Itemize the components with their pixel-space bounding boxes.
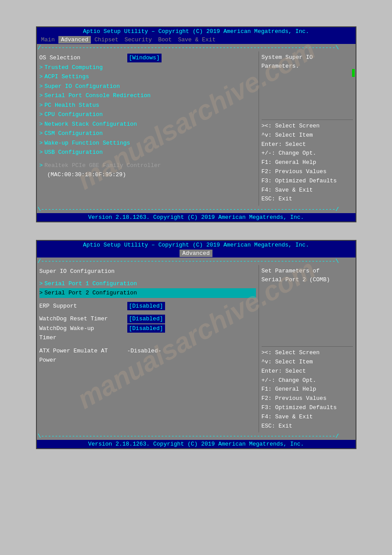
right-spacer [262,74,353,118]
atx-power-item[interactable]: ATX Power Emulate AT -Disabled- [40,346,256,356]
serial-port-console-label: Serial Port Console Redirection [44,91,151,100]
arrow-icon-8: > [40,129,43,138]
arrow-icon-3: > [40,82,43,91]
key2-f1: F1: General Help [262,385,353,394]
arrow-icon-s1: > [40,279,43,288]
right-desc-2: Set Parameters of Serial Port 2 (COMB) [262,267,353,284]
erp-support-value: [Disabled] [127,302,165,311]
super-io-item[interactable]: > Super IO Configuration [40,82,256,91]
arrow-icon-2: > [40,73,43,81]
arrow-icon-10: > [40,148,43,157]
bottom-divider-2: \---------------------------------------… [37,432,356,440]
network-stack-item[interactable]: > Network Stack Configuration [40,120,256,129]
super-io-title-label: Super IO Configuration [40,267,115,276]
nav-security[interactable]: Security [122,36,155,44]
arrow-icon-s2: > [40,289,43,297]
nav-advanced[interactable]: Advanced [58,36,91,44]
bios-footer-1: Version 2.18.1263. Copyright (C) 2019 Am… [37,213,356,221]
csm-config-label: CSM Configuration [44,129,103,138]
key-esc: ESC: Exit [262,195,353,204]
green-bar-indicator [352,69,355,77]
bios-panel-1: Aptio Setup Utility – Copyright (C) 2019… [36,26,356,222]
watchdog-reset-label: WatchDog Reset Timer [40,315,127,323]
key2-f2: F2: Previous Values [262,394,353,403]
realtek-item[interactable]: > Realtek PCIe GBE Family Controller [40,161,256,170]
key2-enter: Enter: Select [262,367,353,376]
key2-f3: F3: Optimized Defaults [262,403,353,413]
wakeup-func-item[interactable]: > Wake-up Function Settings [40,138,256,148]
watchdog-wakeup-value: [Disabled] [127,324,165,333]
arrow-icon-5: > [40,101,43,110]
serial-port-2-item[interactable]: > Serial Port 2 Configuration [40,288,256,298]
watchdog-reset-item[interactable]: WatchDog Reset Timer [Disabled] [40,314,256,324]
atx-power-sub: Power [40,355,256,365]
nav-advanced-2[interactable]: Advanced [180,250,212,257]
trusted-computing-item[interactable]: > Trusted Computing [40,63,256,73]
arrow-icon-9: > [40,139,43,148]
bios-header-2: Aptio Setup Utility – Copyright (C) 2019… [37,241,356,249]
serial-port-2-label: Serial Port 2 Configuration [44,289,137,297]
atx-power-sub-label: Power [40,356,57,365]
bios-screen-2: Aptio Setup Utility – Copyright (C) 2019… [36,240,356,449]
nav-main[interactable]: Main [39,36,58,44]
usb-config-item[interactable]: > USB Configuration [40,148,256,157]
pc-health-label: PC Health Status [44,101,99,110]
csm-config-item[interactable]: > CSM Configuration [40,129,256,138]
arrow-icon-6: > [40,110,43,119]
nav-boot[interactable]: Boot [155,36,174,44]
arrow-icon-7: > [40,120,43,129]
cpu-config-item[interactable]: > CPU Configuration [40,110,256,120]
atx-power-label: ATX Power Emulate AT [40,347,127,355]
watchdog-timer-sub: Timer [40,333,256,343]
key-change-opt: +/-: Change Opt. [262,149,353,158]
super-io-label: Super IO Configuration [44,82,120,91]
spacer-4 [40,343,256,346]
os-selection-item[interactable]: OS Selection [Windows] [40,53,256,63]
spacer-3 [40,311,256,314]
arrow-icon-1: > [40,63,43,72]
key-select-screen: ><: Select Screen [262,122,353,131]
right-desc-line2: Parameters. [262,63,299,69]
erp-support-item[interactable]: ERP Support [Disabled] [40,301,256,311]
mac-address-label: (MAC:00:30:18:0F:95:29) [47,170,126,179]
key-select-item: ^v: Select Item [262,131,353,140]
usb-config-label: USB Configuration [44,148,103,157]
top-divider-1: /---------------------------------------… [37,44,356,51]
top-divider-2: /---------------------------------------… [37,258,356,265]
serial-port-1-item[interactable]: > Serial Port 1 Configuration [40,279,256,289]
acpi-settings-label: ACPI Settings [44,73,89,81]
key2-change-opt: +/-: Change Opt. [262,376,353,385]
mac-address-item: (MAC:00:30:18:0F:95:29) [40,170,256,180]
key-f3: F3: Optimized Defaults [262,177,353,186]
key2-select-screen: ><: Select Screen [262,348,353,358]
pc-health-item[interactable]: > PC Health Status [40,101,256,110]
right-desc-line1: System Super IO [262,54,313,61]
key-f2: F2: Previous Values [262,167,353,177]
bottom-divider-1: \---------------------------------------… [37,206,356,213]
os-selection-value: [Windows] [127,54,162,62]
bios-content-1: OS Selection [Windows] > Trusted Computi… [37,51,356,206]
right-divider-2 [262,346,353,347]
key-f4: F4: Save & Exit [262,186,353,195]
bios-nav-2: Advanced [37,249,356,258]
right-spacer-2 [262,287,353,345]
watchdog-wakeup-item[interactable]: WatchDog Wake-up [Disabled] [40,324,256,334]
serial-port-console-item[interactable]: > Serial Port Console Redirection [40,91,256,101]
bios-left-1: OS Selection [Windows] > Trusted Computi… [37,51,259,206]
right-desc-1: System Super IO Parameters. [262,53,353,70]
os-selection-label: OS Selection [40,54,127,62]
bios-screen-1: Aptio Setup Utility – Copyright (C) 2019… [36,26,356,222]
bios-panel-2: Aptio Setup Utility – Copyright (C) 2019… [36,240,356,449]
bios-header-1: Aptio Setup Utility – Copyright (C) 2019… [37,27,356,36]
key2-esc: ESC: Exit [262,422,353,431]
erp-support-label: ERP Support [40,302,127,311]
spacer-1 [40,157,256,161]
nav-chipset[interactable]: Chipset [92,36,121,44]
key-enter: Enter: Select [262,140,353,149]
nav-save-exit[interactable]: Save & Exit [175,36,218,44]
right-keys-1: ><: Select Screen ^v: Select Item Enter:… [262,122,353,204]
key2-f4: F4: Save & Exit [262,413,353,422]
spacer-2 [40,298,256,301]
acpi-settings-item[interactable]: > ACPI Settings [40,72,256,82]
bios-right-2: Set Parameters of Serial Port 2 (COMB) >… [259,265,356,432]
